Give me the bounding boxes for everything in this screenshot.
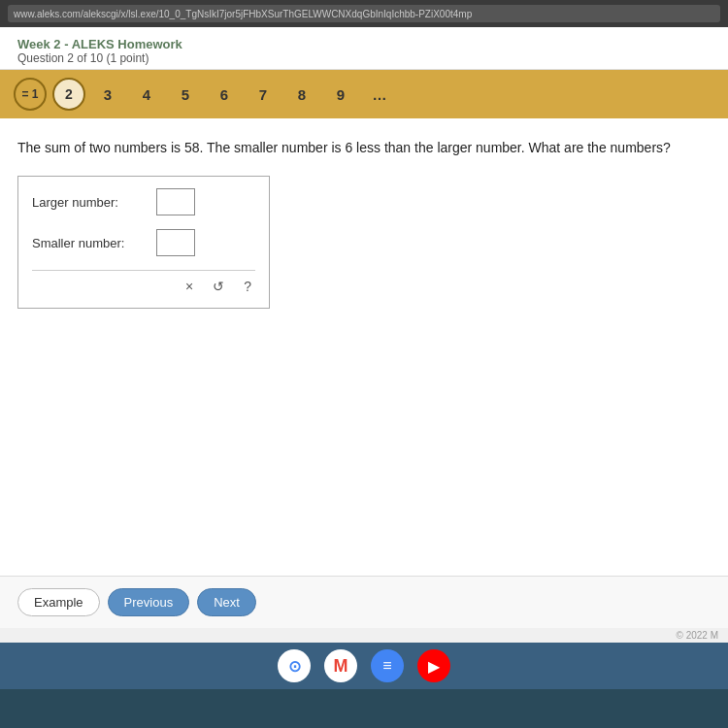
question-body: The sum of two numbers is 58. The smalle… [0, 118, 728, 576]
url-bar[interactable]: www.aleks.com/alekscgi/x/lsl.exe/10_0_Tg… [8, 5, 720, 22]
nav-item-5[interactable]: 5 [169, 78, 202, 111]
docs-icon[interactable]: ≡ [371, 649, 404, 682]
chrome-icon[interactable]: ⊙ [278, 649, 311, 682]
previous-button[interactable]: Previous [108, 588, 190, 616]
help-button[interactable]: ? [240, 277, 255, 296]
taskbar: ⊙ M ≡ ▶ [0, 643, 728, 689]
bottom-nav: Example Previous Next [0, 576, 728, 628]
nav-item-9[interactable]: 9 [324, 78, 357, 111]
nav-item-3[interactable]: 3 [91, 78, 124, 111]
copyright: © 2022 M [0, 628, 728, 643]
youtube-icon[interactable]: ▶ [417, 649, 450, 682]
larger-number-input[interactable] [156, 188, 195, 215]
nav-item-2[interactable]: 2 [52, 78, 85, 111]
nav-item-1[interactable]: = 1 [14, 78, 47, 111]
question-text: The sum of two numbers is 58. The smalle… [17, 138, 711, 158]
example-button[interactable]: Example [17, 588, 100, 616]
answer-toolbar: × ↺ ? [32, 270, 255, 296]
nav-more: … [363, 78, 396, 111]
question-nav: = 123456789… [0, 70, 728, 118]
nav-item-4[interactable]: 4 [130, 78, 163, 111]
undo-button[interactable]: ↺ [209, 277, 228, 296]
smaller-number-label: Smaller number: [32, 236, 149, 250]
nav-item-7[interactable]: 7 [247, 78, 280, 111]
header: Week 2 - ALEKS Homework Question 2 of 10… [0, 27, 728, 70]
smaller-number-input[interactable] [156, 229, 195, 256]
main-content: Week 2 - ALEKS Homework Question 2 of 10… [0, 27, 728, 643]
nav-item-6[interactable]: 6 [208, 78, 241, 111]
browser-bar: www.aleks.com/alekscgi/x/lsl.exe/10_0_Tg… [0, 0, 728, 27]
assignment-title: Week 2 - ALEKS Homework [17, 37, 711, 51]
answer-box: Larger number: Smaller number: × ↺ ? [17, 176, 270, 309]
next-button[interactable]: Next [197, 588, 256, 616]
clear-button[interactable]: × [182, 277, 197, 296]
gmail-icon[interactable]: M [324, 649, 357, 682]
question-info: Question 2 of 10 (1 point) [17, 51, 711, 65]
larger-number-row: Larger number: [32, 188, 255, 215]
smaller-number-row: Smaller number: [32, 229, 255, 256]
nav-item-8[interactable]: 8 [285, 78, 318, 111]
larger-number-label: Larger number: [32, 195, 149, 210]
bottom-area [0, 689, 728, 728]
